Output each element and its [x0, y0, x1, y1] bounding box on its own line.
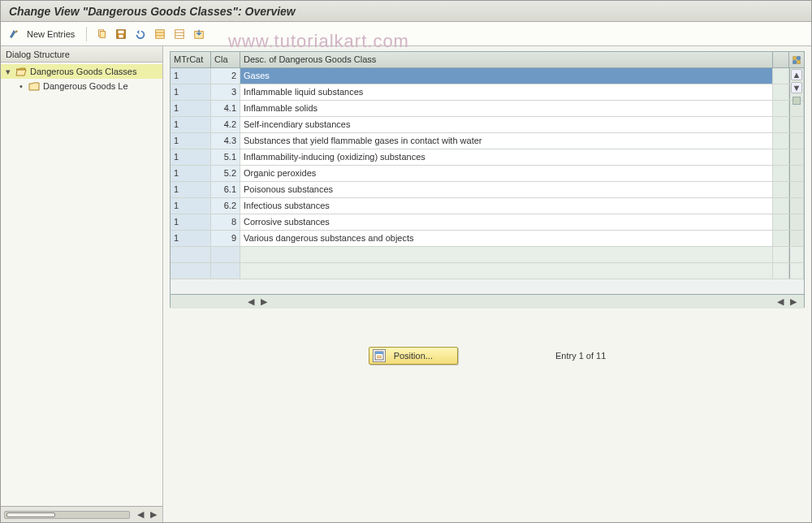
deselect-all-icon[interactable]: [171, 26, 188, 42]
cell-mtrcat[interactable]: 1: [171, 231, 211, 246]
svg-rect-3: [119, 30, 124, 33]
vertical-scrollbar[interactable]: ▲ ▼: [790, 69, 803, 105]
scroll-left-icon[interactable]: ◀: [135, 509, 146, 521]
export-icon[interactable]: [191, 26, 207, 42]
cell-desc[interactable]: Corrosive substances: [240, 214, 773, 230]
cell-mtrcat[interactable]: 1: [171, 117, 211, 132]
cell-desc[interactable]: Inflammability-inducing (oxidizing) subs…: [240, 149, 773, 165]
cell-mtrcat[interactable]: 1: [171, 84, 211, 100]
cell-cla[interactable]: 4.2: [211, 117, 240, 132]
cell-desc: [240, 247, 773, 262]
cell-cla[interactable]: 3: [211, 84, 240, 100]
table-row[interactable]: 14.1Inflammable solids: [171, 101, 804, 117]
cell-cla[interactable]: 6.1: [211, 182, 240, 197]
table-row[interactable]: 16.1Poisonous substances: [171, 182, 804, 198]
cell-spacer: [773, 149, 789, 165]
cell-mtrcat[interactable]: 1: [171, 101, 211, 116]
cell-cla[interactable]: 6.2: [211, 198, 240, 214]
dialog-structure-header: Dialog Structure: [1, 46, 162, 63]
cell-vscroll: [789, 198, 804, 214]
table-row: [171, 263, 804, 279]
table-row[interactable]: 14.3Substances that yield flammable gase…: [171, 133, 804, 149]
tree: ▾Dangerous Goods Classes•Dangerous Goods…: [1, 63, 162, 506]
cell-cla[interactable]: 5.1: [211, 149, 240, 165]
horizontal-scrollbar[interactable]: ◀ ▶ ◀ ▶: [171, 294, 804, 309]
cell-mtrcat: [171, 247, 211, 262]
cell-mtrcat[interactable]: 1: [171, 182, 211, 197]
cell-mtrcat[interactable]: 1: [171, 68, 211, 84]
folder-icon: [28, 81, 40, 91]
col-header-cla[interactable]: Cla: [211, 52, 240, 67]
cell-desc[interactable]: Infectious substances: [240, 198, 773, 214]
hscroll-right2-icon[interactable]: ▶: [788, 296, 799, 308]
tree-item-label: Dangerous Goods Le: [43, 81, 128, 91]
cell-desc[interactable]: Inflammable liquid substances: [240, 84, 773, 100]
scroll-marker: [793, 97, 801, 105]
cell-desc[interactable]: Gases: [240, 68, 773, 84]
cell-mtrcat[interactable]: 1: [171, 198, 211, 214]
cell-cla[interactable]: 4.3: [211, 133, 240, 149]
table-row[interactable]: 12Gases: [171, 68, 804, 84]
svg-rect-6: [175, 29, 184, 38]
tree-item[interactable]: •Dangerous Goods Le: [1, 79, 162, 93]
position-label: Position...: [394, 351, 433, 361]
cell-desc[interactable]: Inflammable solids: [240, 101, 773, 116]
table-config-icon[interactable]: [789, 52, 804, 67]
cell-vscroll: [789, 149, 804, 165]
table-row[interactable]: 13Inflammable liquid substances: [171, 84, 804, 101]
cell-cla[interactable]: 4.1: [211, 101, 240, 116]
cell-desc[interactable]: Various dangerous substances and objects: [240, 231, 773, 246]
copy-icon[interactable]: [93, 26, 110, 42]
table-row[interactable]: 18Corrosive substances: [171, 214, 804, 231]
cell-vscroll: [789, 117, 804, 132]
cell-desc[interactable]: Substances that yield flammable gases in…: [240, 133, 773, 149]
col-header-mtrcat[interactable]: MTrCat: [171, 52, 211, 67]
select-all-icon[interactable]: [152, 26, 168, 42]
table-row[interactable]: 14.2Self-incendiary substances: [171, 117, 804, 133]
save-icon[interactable]: [113, 26, 129, 42]
svg-rect-1: [101, 31, 106, 37]
separator: [86, 27, 87, 41]
scroll-up-icon[interactable]: ▲: [791, 69, 802, 80]
table-row[interactable]: 15.1Inflammability-inducing (oxidizing) …: [171, 149, 804, 166]
table-row[interactable]: 16.2Infectious substances: [171, 198, 804, 214]
svg-rect-9: [797, 56, 800, 58]
col-header-desc[interactable]: Desc. of Dangerous Goods Class: [240, 52, 773, 67]
svg-rect-10: [793, 60, 796, 63]
position-button[interactable]: Position...: [369, 347, 458, 365]
collapse-icon[interactable]: ▾: [4, 67, 12, 77]
svg-rect-8: [793, 56, 796, 58]
content-area: Dialog Structure ▾Dangerous Goods Classe…: [1, 46, 811, 522]
window-title: Change View "Dangerous Goods Classes": O…: [1, 1, 811, 22]
cell-spacer: [773, 84, 789, 100]
scroll-right-icon[interactable]: ▶: [148, 509, 159, 521]
cell-cla: [211, 247, 240, 262]
cell-desc[interactable]: Organic peroxides: [240, 166, 773, 181]
table-row[interactable]: 19Various dangerous substances and objec…: [171, 231, 804, 247]
tree-item[interactable]: ▾Dangerous Goods Classes: [1, 64, 162, 79]
table-row[interactable]: 15.2Organic peroxides: [171, 166, 804, 182]
cell-cla[interactable]: 5.2: [211, 166, 240, 181]
hscroll-left2-icon[interactable]: ◀: [775, 296, 786, 308]
cell-desc[interactable]: Self-incendiary substances: [240, 117, 773, 132]
cell-vscroll: [789, 133, 804, 149]
new-entries-button[interactable]: New Entries: [25, 29, 80, 39]
undo-icon[interactable]: [132, 26, 149, 42]
cell-cla[interactable]: 8: [211, 214, 240, 230]
scroll-down-icon[interactable]: ▼: [791, 82, 802, 93]
cell-mtrcat[interactable]: 1: [171, 166, 211, 181]
cell-mtrcat[interactable]: 1: [171, 133, 211, 149]
cell-desc[interactable]: Poisonous substances: [240, 182, 773, 197]
hscroll-right-icon[interactable]: ▶: [258, 296, 270, 308]
cell-cla[interactable]: 9: [211, 231, 240, 246]
cell-mtrcat[interactable]: 1: [171, 149, 211, 165]
sidebar-scrollbar[interactable]: ◀ ▶: [1, 506, 162, 522]
hscroll-left-icon[interactable]: ◀: [245, 296, 257, 308]
tree-item-label: Dangerous Goods Classes: [30, 67, 136, 76]
cell-cla: [211, 263, 240, 279]
toggle-display-icon[interactable]: [6, 26, 22, 42]
cell-spacer: [773, 231, 789, 246]
cell-vscroll: [789, 214, 804, 230]
cell-mtrcat[interactable]: 1: [171, 214, 211, 230]
cell-cla[interactable]: 2: [211, 68, 240, 84]
